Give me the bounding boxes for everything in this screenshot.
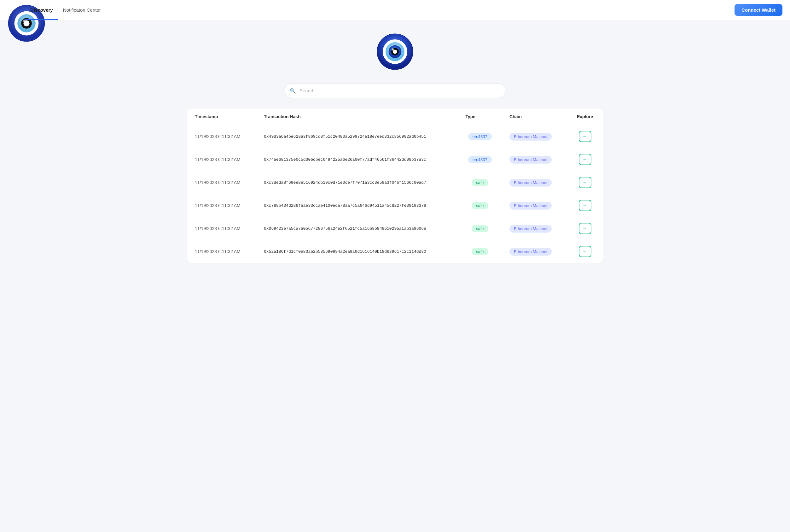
main-content: 🔍 Timestamp Transaction Hash Type Chain …	[0, 20, 790, 269]
type-badge: erc4337	[468, 133, 492, 140]
cell-explore: →	[567, 194, 603, 217]
type-badge: safe	[472, 179, 488, 186]
cell-type: safe	[458, 171, 502, 194]
navbar-right: Connect Wallet	[735, 4, 783, 16]
table-row: 11/19/2023 6:11:32 AM 0xc788b434d288faae…	[187, 194, 603, 217]
cell-explore: →	[567, 148, 603, 171]
cell-type: safe	[458, 217, 502, 240]
svg-point-12	[393, 50, 397, 54]
cell-hash: 0x49d3a6a4be628a3f869cd8f51c20480a529972…	[256, 125, 458, 148]
app-logo	[7, 4, 19, 16]
chain-badge: Ethereum Mainnet	[509, 225, 552, 233]
cell-type: safe	[458, 240, 502, 263]
transactions-table: Timestamp Transaction Hash Type Chain Ex…	[187, 109, 603, 263]
cell-chain: Ethereum Mainnet	[502, 148, 567, 171]
col-header-hash: Transaction Hash	[256, 109, 458, 125]
cell-type: safe	[458, 194, 502, 217]
col-header-explore: Explore	[567, 109, 603, 125]
cell-chain: Ethereum Mainnet	[502, 171, 567, 194]
cell-hash: 0x52a186f7d1cf0e83ab2b535690894a2ea9a0d1…	[256, 240, 458, 263]
cell-type: erc4337	[458, 148, 502, 171]
transactions-table-container: Timestamp Transaction Hash Type Chain Ex…	[187, 108, 603, 263]
chain-badge: Ethereum Mainnet	[509, 248, 552, 255]
cell-timestamp: 11/19/2023 6:11:32 AM	[187, 171, 256, 194]
cell-timestamp: 11/19/2023 6:11:32 AM	[187, 240, 256, 263]
cell-explore: →	[567, 217, 603, 240]
search-container: 🔍	[285, 83, 505, 98]
tab-discovery[interactable]: Discovery	[25, 0, 58, 20]
chain-badge: Ethereum Mainnet	[509, 156, 552, 164]
table-header-row: Timestamp Transaction Hash Type Chain Ex…	[187, 109, 603, 125]
cell-explore: →	[567, 171, 603, 194]
table-row: 11/19/2023 6:11:32 AM 0x52a186f7d1cf0e83…	[187, 240, 603, 263]
type-badge: erc4337	[468, 156, 492, 163]
cell-chain: Ethereum Mainnet	[502, 125, 567, 148]
explore-button[interactable]: →	[579, 154, 591, 165]
table-row: 11/19/2023 6:11:32 AM 0x49d3a6a4be628a3f…	[187, 125, 603, 148]
cell-timestamp: 11/19/2023 6:11:32 AM	[187, 148, 256, 171]
cell-hash: 0x069423e7a5ca7a05677286756a24e2f6521fc5…	[256, 217, 458, 240]
cell-chain: Ethereum Mainnet	[502, 194, 567, 217]
table-row: 11/19/2023 6:11:32 AM 0x74ae681375e0c5d3…	[187, 148, 603, 171]
explore-button[interactable]: →	[579, 223, 591, 234]
type-badge: safe	[472, 225, 488, 232]
chain-badge: Ethereum Mainnet	[509, 179, 552, 187]
hero-logo	[376, 33, 414, 72]
col-header-chain: Chain	[502, 109, 567, 125]
type-badge: safe	[472, 202, 488, 209]
chain-badge: Ethereum Mainnet	[509, 202, 552, 210]
table-row: 11/19/2023 6:11:32 AM 0xc3deda8f69ee8e51…	[187, 171, 603, 194]
nav-tabs: Discovery Notificaton Center	[25, 0, 106, 20]
cell-timestamp: 11/19/2023 6:11:32 AM	[187, 125, 256, 148]
cell-timestamp: 11/19/2023 6:11:32 AM	[187, 194, 256, 217]
explore-button[interactable]: →	[579, 200, 591, 211]
type-badge: safe	[472, 248, 488, 255]
cell-chain: Ethereum Mainnet	[502, 217, 567, 240]
search-input[interactable]	[285, 83, 505, 98]
cell-timestamp: 11/19/2023 6:11:32 AM	[187, 217, 256, 240]
explore-button[interactable]: →	[579, 131, 591, 142]
cell-hash: 0xc3deda8f69ee8e516924db19c0d71e0ce7f707…	[256, 171, 458, 194]
tab-notification-center[interactable]: Notificaton Center	[58, 0, 106, 20]
cell-type: erc4337	[458, 125, 502, 148]
chain-badge: Ethereum Mainnet	[509, 133, 552, 140]
explore-button[interactable]: →	[579, 177, 591, 188]
cell-explore: →	[567, 125, 603, 148]
navbar: Discovery Notificaton Center Connect Wal…	[0, 0, 790, 20]
connect-wallet-button[interactable]: Connect Wallet	[735, 4, 783, 16]
cell-hash: 0xc788b434d288faae33ccae4100eca78aa7c5a6…	[256, 194, 458, 217]
col-header-type: Type	[458, 109, 502, 125]
col-header-timestamp: Timestamp	[187, 109, 256, 125]
svg-point-13	[392, 48, 394, 51]
cell-hash: 0x74ae681375e0c5d30bdbec6494225a6e26a00f…	[256, 148, 458, 171]
cell-chain: Ethereum Mainnet	[502, 240, 567, 263]
table-row: 11/19/2023 6:11:32 AM 0x069423e7a5ca7a05…	[187, 217, 603, 240]
explore-button[interactable]: →	[579, 246, 591, 257]
cell-explore: →	[567, 240, 603, 263]
